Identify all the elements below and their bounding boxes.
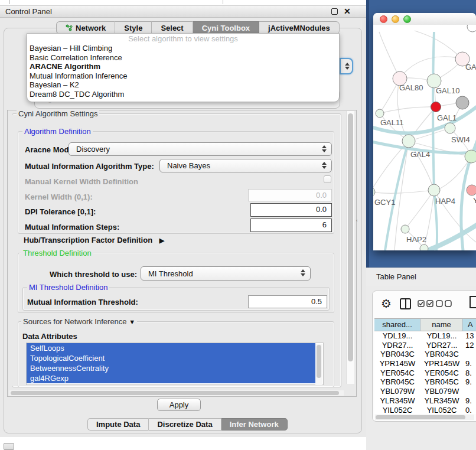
cell: YDL19... xyxy=(420,331,463,341)
column-header-name[interactable]: name xyxy=(420,319,463,331)
collapsed-panel-button[interactable] xyxy=(4,443,14,450)
table-horizontal-scrollbar[interactable] xyxy=(375,415,474,420)
settings-horizontal-scrollbar[interactable] xyxy=(9,390,344,396)
node-gal1[interactable] xyxy=(445,123,455,133)
network-desktop-edge xyxy=(366,0,369,268)
table-row[interactable]: YPR145W YPR145W 9. xyxy=(374,359,476,369)
table-row[interactable]: YER054C YER054C 8. xyxy=(374,369,476,378)
hub-definition-label: Hub/Transcription Factor Definition xyxy=(24,236,152,244)
unchecked-box-icon xyxy=(445,300,452,307)
table-panel-titlebar: Table Panel xyxy=(366,268,476,286)
table-row[interactable]: YDL19... YDL19... 13 xyxy=(374,331,476,341)
node-label: GAL80 xyxy=(399,83,423,92)
network-icon xyxy=(66,24,73,31)
node-selected-red[interactable] xyxy=(431,102,441,112)
node-hap4[interactable] xyxy=(428,184,440,196)
mi-threshold-field[interactable]: 0.5 xyxy=(248,295,327,308)
algorithm-dropdown-popup: Select algorithm to view settings Bayesi… xyxy=(27,33,340,102)
node-gcy1[interactable] xyxy=(373,187,375,197)
table-row[interactable]: YDR27... YDR27... 12 xyxy=(374,341,476,350)
algorithm-prompt: Select algorithm to view settings xyxy=(27,34,339,44)
column-layout-icon[interactable] xyxy=(400,298,411,309)
node-gray[interactable] xyxy=(456,96,469,109)
node-unlabeled[interactable] xyxy=(467,25,476,32)
algorithm-combo-focused-edge[interactable] xyxy=(340,58,353,74)
algorithm-option[interactable]: Dream8 DC_TDC Algorithm xyxy=(27,90,339,99)
page-icon[interactable] xyxy=(470,296,476,308)
tab-label: Infer Network xyxy=(230,420,279,429)
tab-style[interactable]: Style xyxy=(115,21,152,34)
cell xyxy=(463,350,476,359)
table-body: YDL19... YDL19... 13 YDR27... YDR27... 1… xyxy=(374,331,476,414)
tab-jactivemnodules[interactable]: jActiveMNodules xyxy=(259,21,340,34)
tab-network[interactable]: Network xyxy=(56,21,115,34)
column-header-shared-name[interactable]: shared... xyxy=(374,319,420,331)
tab-infer-network[interactable]: Infer Network xyxy=(221,418,288,431)
manual-kernel-width-checkbox[interactable] xyxy=(324,175,331,183)
algorithm-option[interactable]: Basic Correlation Inference xyxy=(27,53,339,63)
tab-cyni-toolbox[interactable]: Cyni Toolbox xyxy=(193,21,259,34)
node-label: HAP2 xyxy=(406,235,426,244)
cell: YIL052C xyxy=(374,406,420,415)
settings-vertical-scrollbar[interactable] xyxy=(346,111,354,384)
table-row[interactable]: YBL079W YBL079W xyxy=(374,387,476,396)
cell: YIL052C xyxy=(420,406,463,415)
cell: YBR045C xyxy=(374,377,420,387)
table-row[interactable]: YBR045C YBR045C 9. xyxy=(374,377,476,387)
cell: YBL079W xyxy=(374,387,420,396)
network-canvas[interactable]: GAL GAL80 GAL10 GAL1 GAL11 GAL4 SWI4 GCY… xyxy=(373,25,476,250)
hub-definition-expander[interactable]: Hub/Transcription Factor Definition ▶ xyxy=(24,236,164,244)
window-tab-edge xyxy=(9,0,10,4)
minimize-button[interactable] xyxy=(392,15,399,23)
close-button[interactable] xyxy=(380,15,387,23)
algorithm-option[interactable]: Bayesian – K2 xyxy=(27,80,339,90)
node-label: GAL10 xyxy=(436,86,459,95)
mi-threshold-definition-title: MI Threshold Definition xyxy=(27,283,109,291)
node-y[interactable] xyxy=(467,185,476,195)
tab-select[interactable]: Select xyxy=(152,21,193,34)
deselect-checkboxes-icon[interactable] xyxy=(436,300,452,307)
mi-steps-field[interactable]: 6 xyxy=(250,219,332,232)
splitter-handle[interactable]: ‹ xyxy=(356,218,360,223)
network-window-titlebar[interactable] xyxy=(373,13,476,25)
table-row[interactable]: YLR345W YLR345W 9. xyxy=(374,396,476,406)
zoom-button[interactable] xyxy=(403,15,411,23)
tab-label: jActiveMNodules xyxy=(268,22,330,34)
float-window-icon[interactable] xyxy=(331,8,338,15)
tab-discretize-data[interactable]: Discretize Data xyxy=(149,418,221,431)
table-row[interactable]: YIL052C YIL052C 0. xyxy=(374,406,476,415)
node-gal4[interactable] xyxy=(402,135,415,148)
sources-title[interactable]: Sources for Network Inference ▼ xyxy=(21,318,137,326)
mi-algorithm-type-combo[interactable]: Naive Bayes xyxy=(159,159,332,172)
which-threshold-combo[interactable]: MI Threshold xyxy=(141,266,311,281)
dpi-tolerance-field[interactable]: 0.0 xyxy=(250,203,332,217)
close-icon[interactable]: ✕ xyxy=(344,5,351,18)
attribute-item-selected[interactable]: BetweennessCentrality xyxy=(27,363,315,373)
algorithm-option-selected[interactable]: ARACNE Algorithm xyxy=(27,62,339,71)
node-unlabeled[interactable] xyxy=(420,244,428,250)
kernel-width-field[interactable]: 0.0 xyxy=(248,189,332,201)
cell: 9. xyxy=(463,359,476,369)
table-panel-title: Table Panel xyxy=(376,268,416,286)
select-all-checkboxes-icon[interactable] xyxy=(418,300,433,307)
apply-button[interactable]: Apply xyxy=(157,399,201,411)
attribute-list-scrollbar[interactable] xyxy=(315,344,322,385)
attribute-item-selected[interactable]: TopologicalCoefficient xyxy=(27,353,315,363)
mi-threshold-label: Mutual Information Threshold: xyxy=(27,298,138,306)
aracne-mode-combo[interactable]: Discovery xyxy=(69,142,332,156)
column-header-clipped[interactable]: A xyxy=(463,319,476,331)
tab-label: Cyni Toolbox xyxy=(202,22,250,34)
node-hap2[interactable] xyxy=(401,225,409,233)
aracne-mode-value: Discovery xyxy=(76,145,110,154)
table-row[interactable]: YBR043C YBR043C xyxy=(374,350,476,359)
algorithm-option[interactable]: Mutual Information Inference xyxy=(27,71,339,81)
node-gal11[interactable] xyxy=(376,109,384,118)
tab-impute-data[interactable]: Impute Data xyxy=(87,418,149,431)
table-settings-gear-icon[interactable]: ⚙ xyxy=(381,296,392,311)
algorithm-option[interactable]: Bayesian – Hill Climbing xyxy=(27,44,339,53)
attribute-item-selected[interactable]: SelfLoops xyxy=(27,343,315,353)
cell: YDR27... xyxy=(420,341,463,350)
network-view-window[interactable]: GAL GAL80 GAL10 GAL1 GAL11 GAL4 SWI4 GCY… xyxy=(373,13,476,250)
node-swi4[interactable] xyxy=(465,150,476,163)
attribute-item-selected[interactable]: gal4RGexp xyxy=(27,373,315,383)
